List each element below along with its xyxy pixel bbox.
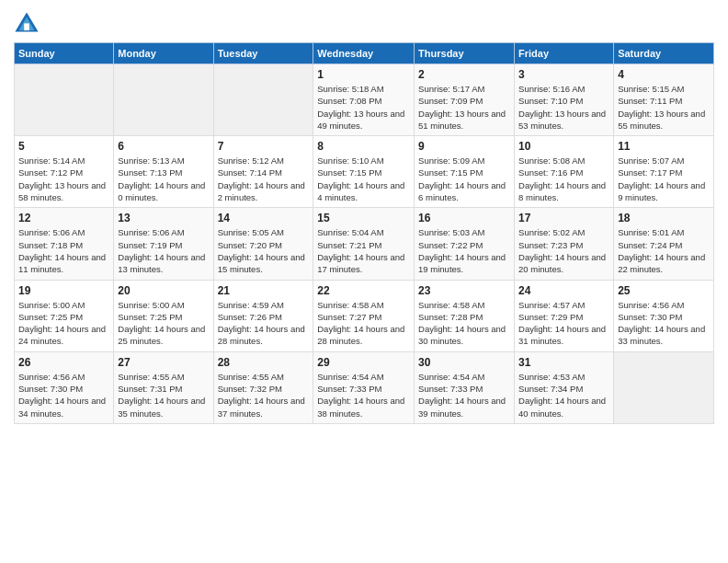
calendar-week-row: 5Sunrise: 5:14 AMSunset: 7:12 PMDaylight… xyxy=(15,136,714,208)
day-number: 4 xyxy=(618,68,710,81)
day-number: 30 xyxy=(418,356,510,369)
calendar-cell: 20Sunrise: 5:00 AMSunset: 7:25 PMDayligh… xyxy=(114,280,213,351)
day-number: 19 xyxy=(18,284,109,297)
day-number: 17 xyxy=(518,212,609,224)
calendar-cell xyxy=(614,351,714,423)
day-number: 18 xyxy=(618,212,710,224)
day-info: Sunrise: 4:59 AMSunset: 7:26 PMDaylight:… xyxy=(218,299,310,348)
calendar-week-row: 26Sunrise: 4:56 AMSunset: 7:30 PMDayligh… xyxy=(15,351,714,423)
day-info: Sunrise: 5:10 AMSunset: 7:15 PMDaylight:… xyxy=(317,155,410,203)
calendar-cell: 1Sunrise: 5:18 AMSunset: 7:08 PMDaylight… xyxy=(313,64,415,136)
day-number: 26 xyxy=(18,356,109,369)
day-info: Sunrise: 5:08 AMSunset: 7:16 PMDaylight:… xyxy=(518,155,609,203)
calendar-cell: 7Sunrise: 5:12 AMSunset: 7:14 PMDaylight… xyxy=(213,136,313,208)
day-info: Sunrise: 4:54 AMSunset: 7:33 PMDaylight:… xyxy=(418,371,510,419)
day-info: Sunrise: 5:14 AMSunset: 7:12 PMDaylight:… xyxy=(18,155,109,203)
calendar-cell: 27Sunrise: 4:55 AMSunset: 7:31 PMDayligh… xyxy=(114,351,213,423)
calendar-cell: 13Sunrise: 5:06 AMSunset: 7:19 PMDayligh… xyxy=(114,208,213,280)
calendar-cell: 11Sunrise: 5:07 AMSunset: 7:17 PMDayligh… xyxy=(614,136,714,208)
calendar-cell: 21Sunrise: 4:59 AMSunset: 7:26 PMDayligh… xyxy=(213,280,313,351)
day-info: Sunrise: 5:01 AMSunset: 7:24 PMDaylight:… xyxy=(618,226,710,275)
svg-rect-2 xyxy=(24,23,29,30)
day-number: 13 xyxy=(118,212,209,224)
calendar-day-header: Tuesday xyxy=(213,43,313,64)
day-number: 16 xyxy=(418,212,510,224)
day-number: 9 xyxy=(418,140,510,153)
day-number: 14 xyxy=(218,212,310,224)
calendar-cell: 17Sunrise: 5:02 AMSunset: 7:23 PMDayligh… xyxy=(515,208,614,280)
calendar-day-header: Friday xyxy=(515,43,614,64)
calendar-day-header: Monday xyxy=(114,43,213,64)
calendar-cell: 31Sunrise: 4:53 AMSunset: 7:34 PMDayligh… xyxy=(515,351,614,423)
day-info: Sunrise: 5:16 AMSunset: 7:10 PMDaylight:… xyxy=(518,83,609,132)
calendar-table: SundayMondayTuesdayWednesdayThursdayFrid… xyxy=(14,42,714,424)
day-info: Sunrise: 5:00 AMSunset: 7:25 PMDaylight:… xyxy=(118,299,209,348)
calendar-cell xyxy=(114,64,213,136)
day-info: Sunrise: 5:13 AMSunset: 7:13 PMDaylight:… xyxy=(118,155,209,203)
header xyxy=(14,9,714,35)
calendar-cell: 18Sunrise: 5:01 AMSunset: 7:24 PMDayligh… xyxy=(614,208,714,280)
day-number: 27 xyxy=(118,356,209,369)
day-info: Sunrise: 4:55 AMSunset: 7:32 PMDaylight:… xyxy=(218,371,310,419)
day-info: Sunrise: 4:53 AMSunset: 7:34 PMDaylight:… xyxy=(518,371,609,419)
day-number: 21 xyxy=(218,284,310,297)
day-info: Sunrise: 5:05 AMSunset: 7:20 PMDaylight:… xyxy=(218,226,310,275)
calendar-cell: 16Sunrise: 5:03 AMSunset: 7:22 PMDayligh… xyxy=(415,208,515,280)
main-container: SundayMondayTuesdayWednesdayThursdayFrid… xyxy=(0,0,728,429)
calendar-cell: 29Sunrise: 4:54 AMSunset: 7:33 PMDayligh… xyxy=(313,351,415,423)
day-info: Sunrise: 5:17 AMSunset: 7:09 PMDaylight:… xyxy=(418,83,510,132)
calendar-cell: 26Sunrise: 4:56 AMSunset: 7:30 PMDayligh… xyxy=(15,351,114,423)
calendar-cell: 10Sunrise: 5:08 AMSunset: 7:16 PMDayligh… xyxy=(515,136,614,208)
day-info: Sunrise: 5:06 AMSunset: 7:18 PMDaylight:… xyxy=(18,226,109,275)
calendar-cell: 8Sunrise: 5:10 AMSunset: 7:15 PMDaylight… xyxy=(313,136,415,208)
day-info: Sunrise: 5:18 AMSunset: 7:08 PMDaylight:… xyxy=(317,83,410,132)
day-number: 31 xyxy=(518,356,609,369)
day-number: 23 xyxy=(418,284,510,297)
day-number: 12 xyxy=(18,212,109,224)
calendar-day-header: Wednesday xyxy=(313,43,415,64)
calendar-cell: 14Sunrise: 5:05 AMSunset: 7:20 PMDayligh… xyxy=(213,208,313,280)
day-number: 8 xyxy=(317,140,410,153)
logo xyxy=(14,9,41,35)
calendar-cell: 6Sunrise: 5:13 AMSunset: 7:13 PMDaylight… xyxy=(114,136,213,208)
calendar-cell: 30Sunrise: 4:54 AMSunset: 7:33 PMDayligh… xyxy=(415,351,515,423)
calendar-cell: 12Sunrise: 5:06 AMSunset: 7:18 PMDayligh… xyxy=(15,208,114,280)
day-info: Sunrise: 4:56 AMSunset: 7:30 PMDaylight:… xyxy=(618,299,710,348)
calendar-cell: 25Sunrise: 4:56 AMSunset: 7:30 PMDayligh… xyxy=(614,280,714,351)
calendar-week-row: 19Sunrise: 5:00 AMSunset: 7:25 PMDayligh… xyxy=(15,280,714,351)
calendar-cell: 22Sunrise: 4:58 AMSunset: 7:27 PMDayligh… xyxy=(313,280,415,351)
day-info: Sunrise: 4:55 AMSunset: 7:31 PMDaylight:… xyxy=(118,371,209,419)
day-info: Sunrise: 5:07 AMSunset: 7:17 PMDaylight:… xyxy=(618,155,710,203)
day-number: 2 xyxy=(418,68,510,81)
calendar-day-header: Saturday xyxy=(614,43,714,64)
day-info: Sunrise: 4:58 AMSunset: 7:27 PMDaylight:… xyxy=(317,299,410,348)
calendar-cell xyxy=(213,64,313,136)
day-info: Sunrise: 5:06 AMSunset: 7:19 PMDaylight:… xyxy=(118,226,209,275)
day-info: Sunrise: 5:04 AMSunset: 7:21 PMDaylight:… xyxy=(317,226,410,275)
day-info: Sunrise: 4:54 AMSunset: 7:33 PMDaylight:… xyxy=(317,371,410,419)
calendar-cell: 4Sunrise: 5:15 AMSunset: 7:11 PMDaylight… xyxy=(614,64,714,136)
day-number: 25 xyxy=(618,284,710,297)
calendar-cell: 2Sunrise: 5:17 AMSunset: 7:09 PMDaylight… xyxy=(415,64,515,136)
calendar-cell: 23Sunrise: 4:58 AMSunset: 7:28 PMDayligh… xyxy=(415,280,515,351)
calendar-week-row: 12Sunrise: 5:06 AMSunset: 7:18 PMDayligh… xyxy=(15,208,714,280)
calendar-day-header: Thursday xyxy=(415,43,515,64)
calendar-header-row: SundayMondayTuesdayWednesdayThursdayFrid… xyxy=(15,43,714,64)
day-number: 22 xyxy=(317,284,410,297)
day-info: Sunrise: 4:58 AMSunset: 7:28 PMDaylight:… xyxy=(418,299,510,348)
day-info: Sunrise: 4:57 AMSunset: 7:29 PMDaylight:… xyxy=(518,299,609,348)
calendar-cell: 15Sunrise: 5:04 AMSunset: 7:21 PMDayligh… xyxy=(313,208,415,280)
day-info: Sunrise: 5:02 AMSunset: 7:23 PMDaylight:… xyxy=(518,226,609,275)
day-info: Sunrise: 5:15 AMSunset: 7:11 PMDaylight:… xyxy=(618,83,710,132)
day-number: 3 xyxy=(518,68,609,81)
calendar-week-row: 1Sunrise: 5:18 AMSunset: 7:08 PMDaylight… xyxy=(15,64,714,136)
day-info: Sunrise: 5:03 AMSunset: 7:22 PMDaylight:… xyxy=(418,226,510,275)
day-number: 1 xyxy=(317,68,410,81)
calendar-cell: 19Sunrise: 5:00 AMSunset: 7:25 PMDayligh… xyxy=(15,280,114,351)
calendar-cell: 9Sunrise: 5:09 AMSunset: 7:15 PMDaylight… xyxy=(415,136,515,208)
logo-icon xyxy=(14,9,40,35)
day-number: 10 xyxy=(518,140,609,153)
day-number: 6 xyxy=(118,140,209,153)
day-number: 28 xyxy=(218,356,310,369)
day-number: 7 xyxy=(218,140,310,153)
